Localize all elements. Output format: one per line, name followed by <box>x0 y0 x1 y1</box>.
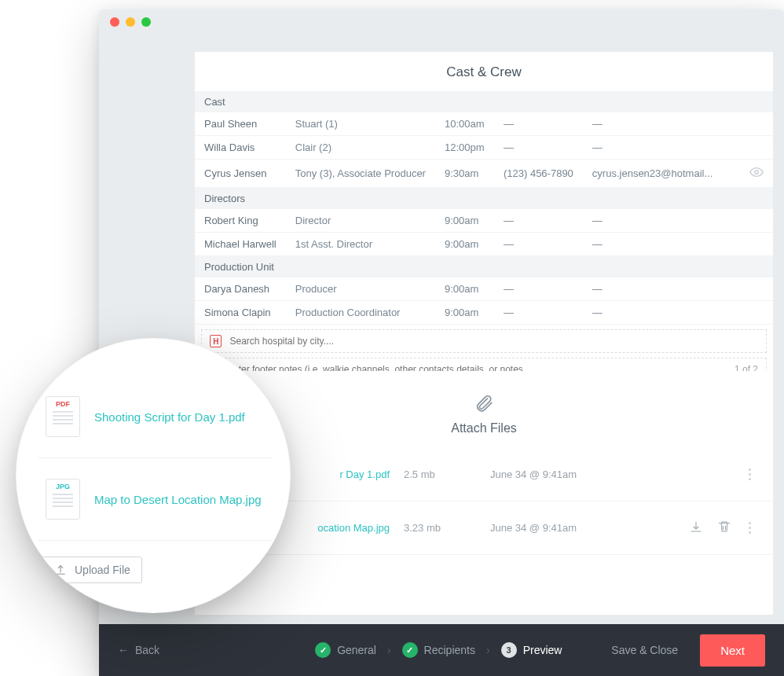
file-name: Map to Desert Location Map.jpg <box>94 493 262 506</box>
next-button[interactable]: Next <box>700 634 765 667</box>
person-time: 9:00am <box>435 233 494 256</box>
person-email: — <box>583 301 740 325</box>
person-name: Willa Davis <box>195 136 286 160</box>
wizard-step[interactable]: ✓General <box>315 642 376 658</box>
window-close-button[interactable] <box>110 17 119 27</box>
person-phone: — <box>494 112 583 136</box>
person-name: Robert King <box>195 209 286 233</box>
table-row[interactable]: Cyrus JensenTony (3), Associate Producer… <box>195 160 773 188</box>
step-number: 3 <box>501 642 517 658</box>
upload-file-button[interactable]: Upload File <box>42 557 142 583</box>
person-phone: — <box>494 277 583 301</box>
group-header: Directors <box>195 188 773 210</box>
person-name: Darya Danesh <box>195 277 286 301</box>
person-role: Producer <box>286 277 435 301</box>
file-size: 3.23 mb <box>404 522 490 534</box>
upload-file-label: Upload File <box>75 564 130 576</box>
file-thumb: JPG <box>46 479 80 520</box>
file-date: June 34 @ 9:41am <box>490 468 746 480</box>
svg-point-0 <box>755 171 759 175</box>
step-label: Preview <box>523 644 562 656</box>
person-phone: (123) 456-7890 <box>494 160 583 188</box>
step-label: Recipients <box>424 644 475 656</box>
file-row[interactable]: PDFShooting Script for Day 1.pdf <box>38 376 272 458</box>
wizard-step[interactable]: ✓Recipients <box>402 642 475 658</box>
step-label: General <box>337 644 376 656</box>
person-time: 10:00am <box>435 112 494 136</box>
table-row[interactable]: Darya DaneshProducer9:00am—— <box>195 277 773 301</box>
person-email: — <box>583 136 740 160</box>
group-header: Production Unit <box>195 256 773 278</box>
kebab-icon[interactable] <box>746 465 754 483</box>
window-minimize-button[interactable] <box>126 17 135 27</box>
file-name: Shooting Script for Day 1.pdf <box>94 410 245 424</box>
trash-icon[interactable] <box>717 520 731 536</box>
file-row[interactable]: JPGMap to Desert Location Map.jpg <box>38 458 272 541</box>
person-phone: — <box>494 233 583 256</box>
person-time: 12:00pm <box>435 136 494 160</box>
save-close-button[interactable]: Save & Close <box>611 644 678 656</box>
check-icon: ✓ <box>402 642 418 658</box>
wizard-footer: ← Back ✓General›✓Recipients›3Preview Sav… <box>99 624 784 676</box>
person-role: 1st Asst. Director <box>286 233 435 256</box>
traffic-lights <box>110 17 151 27</box>
window-zoom-button[interactable] <box>141 17 151 27</box>
table-row[interactable]: Robert KingDirector9:00am—— <box>195 209 773 233</box>
wizard-step[interactable]: 3Preview <box>501 642 562 658</box>
paperclip-icon <box>474 402 494 416</box>
cast-crew-table: CastPaul SheenStuart (1)10:00am——Willa D… <box>195 91 773 325</box>
chevron-right-icon: › <box>486 644 490 656</box>
person-email: — <box>583 112 740 136</box>
file-size: 2.5 mb <box>404 468 490 480</box>
person-name: Paul Sheen <box>195 112 286 136</box>
person-name: Michael Harwell <box>195 233 286 256</box>
person-role: Production Coordinator <box>286 301 435 325</box>
person-phone: — <box>494 136 583 160</box>
person-email: — <box>583 233 740 256</box>
download-icon[interactable] <box>689 520 703 536</box>
section-title: Cast & Crew <box>195 52 773 91</box>
table-row[interactable]: Michael Harwell1st Asst. Director9:00am—… <box>195 233 773 256</box>
person-time: 9:00am <box>435 301 494 325</box>
hospital-search-box[interactable]: H <box>201 329 767 353</box>
file-ext-badge: JPG <box>56 483 70 490</box>
table-row[interactable]: Simona ClapinProduction Coordinator9:00a… <box>195 301 773 325</box>
person-role: Tony (3), Associate Producer <box>286 160 435 188</box>
check-icon: ✓ <box>315 642 331 658</box>
magnifier-lens: PDFShooting Script for Day 1.pdfJPGMap t… <box>16 338 291 613</box>
wizard-steps: ✓General›✓Recipients›3Preview <box>315 642 562 658</box>
hospital-icon: H <box>210 335 222 347</box>
file-date: June 34 @ 9:41am <box>490 522 689 534</box>
back-label: Back <box>135 644 159 656</box>
file-thumb: PDF <box>46 396 80 437</box>
person-phone: — <box>494 209 583 233</box>
person-role: Director <box>286 209 435 233</box>
person-email: cyrus.jensen23@hotmail... <box>583 160 740 188</box>
person-time: 9:00am <box>435 209 494 233</box>
person-email: — <box>583 277 740 301</box>
hospital-search-input[interactable] <box>229 336 758 347</box>
person-role: Stuart (1) <box>286 112 435 136</box>
group-header: Cast <box>195 91 773 112</box>
person-time: 9:30am <box>435 160 494 188</box>
person-email: — <box>583 209 740 233</box>
cast-crew-panel: Cast & Crew CastPaul SheenStuart (1)10:0… <box>195 52 773 386</box>
person-phone: — <box>494 301 583 325</box>
person-role: Clair (2) <box>286 136 435 160</box>
table-row[interactable]: Paul SheenStuart (1)10:00am—— <box>195 112 773 136</box>
back-button[interactable]: ← Back <box>118 644 159 656</box>
arrow-left-icon: ← <box>118 644 129 656</box>
file-ext-badge: PDF <box>56 400 70 408</box>
person-name: Cyrus Jensen <box>195 160 286 188</box>
person-time: 9:00am <box>435 277 494 301</box>
table-row[interactable]: Willa DavisClair (2)12:00pm—— <box>195 136 773 160</box>
kebab-icon[interactable] <box>746 519 754 537</box>
chevron-right-icon: › <box>387 644 391 656</box>
person-name: Simona Clapin <box>195 301 286 325</box>
eye-icon[interactable] <box>749 170 764 182</box>
